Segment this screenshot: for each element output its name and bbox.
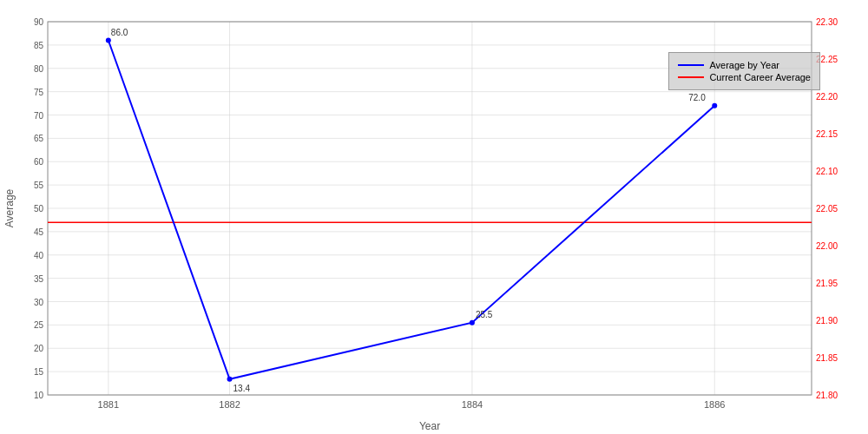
legend-item-2: Current Career Average [678, 72, 811, 82]
svg-text:1881: 1881 [98, 399, 119, 410]
svg-text:80: 80 [34, 64, 44, 74]
svg-text:1882: 1882 [219, 399, 240, 410]
svg-text:21.85: 21.85 [816, 353, 838, 363]
svg-text:35: 35 [34, 274, 44, 284]
svg-text:40: 40 [34, 251, 44, 260]
svg-text:30: 30 [34, 298, 44, 307]
svg-text:85: 85 [34, 41, 44, 50]
legend-label-2: Current Career Average [709, 72, 811, 82]
legend-line-blue [678, 64, 704, 66]
svg-text:25: 25 [34, 320, 44, 330]
svg-text:22.00: 22.00 [816, 241, 838, 251]
svg-text:25.5: 25.5 [476, 310, 493, 319]
svg-text:Year: Year [419, 420, 440, 432]
svg-text:10: 10 [34, 391, 44, 400]
svg-point-59 [106, 38, 111, 43]
svg-text:21.90: 21.90 [816, 316, 838, 326]
svg-text:22.10: 22.10 [816, 167, 838, 176]
legend-label-1: Average by Year [709, 60, 779, 70]
svg-text:22.05: 22.05 [816, 204, 838, 214]
svg-text:21.95: 21.95 [816, 279, 838, 288]
svg-text:45: 45 [34, 227, 44, 237]
svg-text:86.0: 86.0 [111, 28, 128, 37]
svg-text:90: 90 [34, 17, 44, 27]
svg-text:22.15: 22.15 [816, 129, 838, 139]
svg-text:70: 70 [34, 111, 44, 121]
svg-point-63 [470, 320, 475, 326]
svg-text:15: 15 [34, 367, 44, 377]
svg-text:1886: 1886 [704, 399, 725, 410]
svg-text:1884: 1884 [462, 399, 483, 410]
svg-text:20: 20 [34, 344, 44, 353]
legend-item-1: Average by Year [678, 60, 811, 70]
svg-text:60: 60 [34, 157, 44, 167]
svg-text:55: 55 [34, 181, 44, 190]
svg-text:75: 75 [34, 88, 44, 97]
svg-text:Average: Average [3, 188, 16, 227]
chart-container: 101520253035404550556065707580859021.802… [0, 0, 868, 434]
svg-point-61 [227, 377, 233, 382]
svg-point-65 [712, 103, 717, 108]
legend-box: Average by Year Current Career Average [668, 52, 820, 90]
svg-text:65: 65 [34, 134, 44, 143]
legend-line-red [678, 76, 704, 78]
svg-text:22.20: 22.20 [816, 92, 838, 102]
svg-text:21.80: 21.80 [816, 391, 838, 400]
svg-text:22.30: 22.30 [816, 17, 838, 27]
svg-text:13.4: 13.4 [233, 384, 251, 393]
svg-text:72.0: 72.0 [688, 93, 706, 102]
svg-text:50: 50 [34, 204, 44, 214]
